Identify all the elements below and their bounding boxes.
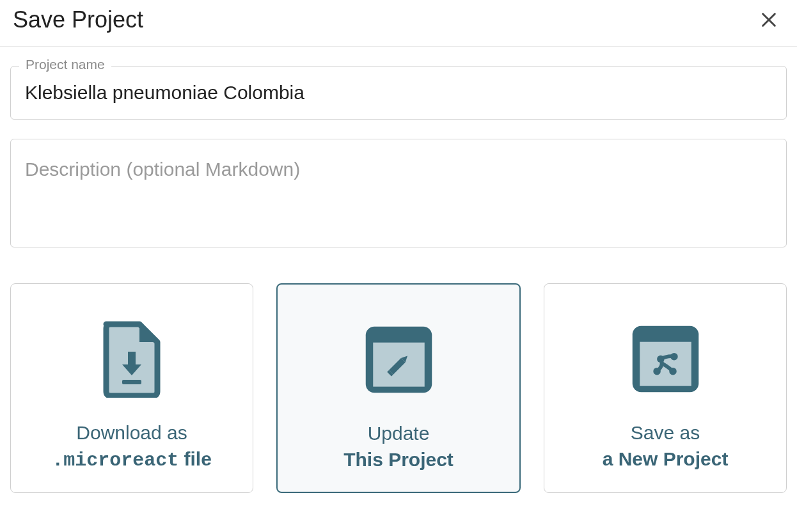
dialog-body: Project name Download as [0,47,797,506]
download-label-line2: .microreact file [52,446,212,474]
dialog-title: Save Project [13,6,143,33]
description-field-wrapper [10,139,787,250]
update-label-line1: Update [368,421,430,447]
project-name-field-wrapper: Project name [10,66,787,120]
svg-rect-3 [122,380,141,384]
description-input[interactable] [10,139,787,247]
dialog-header: Save Project [0,0,797,47]
download-file-card[interactable]: Download as .microreact file [10,283,253,493]
download-label-line1: Download as [76,420,187,446]
update-label-line2: This Project [343,447,454,473]
save-new-label-line2: a New Project [603,446,729,473]
close-button[interactable] [756,7,782,33]
svg-rect-2 [128,352,136,366]
update-project-icon [362,323,436,396]
save-project-dialog: Save Project Project name [0,0,797,506]
download-file-icon [95,322,169,396]
update-project-card[interactable]: Update This Project [276,283,521,493]
action-cards: Download as .microreact file [10,283,787,493]
save-new-project-icon [629,322,702,396]
project-name-label: Project name [19,57,111,72]
close-icon [759,10,779,30]
project-name-input[interactable] [10,66,787,120]
save-new-label-line1: Save as [631,420,700,446]
save-new-project-card[interactable]: Save as a New Project [544,283,787,493]
